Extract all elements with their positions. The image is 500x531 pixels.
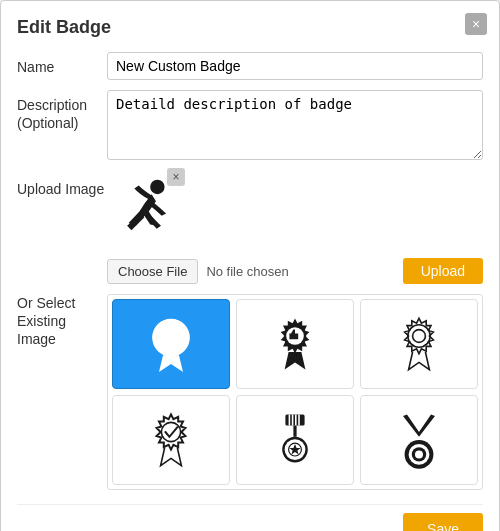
dialog-footer: Save	[17, 504, 483, 531]
upload-label: Upload Image	[17, 174, 107, 198]
badge-icon-3	[387, 312, 451, 376]
file-input-row: Choose File No file chosen Upload	[107, 258, 483, 284]
close-button[interactable]: ×	[465, 13, 487, 35]
svg-point-0	[150, 180, 164, 194]
select-existing-label: Or Select Existing Image	[17, 294, 107, 349]
svg-point-11	[161, 422, 180, 441]
choose-file-button[interactable]: Choose File	[107, 259, 198, 284]
edit-badge-dialog: Edit Badge × Name Description (Optional)…	[0, 0, 500, 531]
badge-icon-2	[263, 312, 327, 376]
select-existing-row: Or Select Existing Image	[17, 294, 483, 490]
description-textarea[interactable]: Detaild description of badge	[107, 90, 483, 160]
svg-rect-17	[293, 426, 296, 437]
description-label: Description (Optional)	[17, 90, 107, 132]
name-label: Name	[17, 52, 107, 76]
badge-item-4[interactable]	[112, 395, 230, 485]
svg-point-6	[165, 331, 178, 344]
badge-icon-4	[139, 408, 203, 472]
badge-item-2[interactable]	[236, 299, 354, 389]
badge-icon-1	[139, 312, 203, 376]
upload-button[interactable]: Upload	[403, 258, 483, 284]
badge-item-6[interactable]	[360, 395, 478, 485]
dialog-title: Edit Badge	[17, 17, 483, 38]
name-input[interactable]	[107, 52, 483, 80]
name-field-wrapper	[107, 52, 483, 80]
image-preview-area: ×	[107, 174, 179, 250]
badge-item-1[interactable]	[112, 299, 230, 389]
badge-grid	[112, 299, 478, 485]
remove-image-button[interactable]: ×	[167, 168, 185, 186]
description-row: Description (Optional) Detaild descripti…	[17, 90, 483, 164]
name-row: Name	[17, 52, 483, 80]
upload-area: × Choose File	[107, 174, 483, 284]
svg-point-9	[408, 325, 430, 347]
badge-grid-wrapper[interactable]	[107, 294, 483, 490]
save-button[interactable]: Save	[403, 513, 483, 531]
svg-point-25	[415, 450, 423, 458]
badge-icon-5	[263, 408, 327, 472]
svg-point-10	[413, 330, 426, 343]
badge-item-3[interactable]	[360, 299, 478, 389]
description-field-wrapper: Detaild description of badge	[107, 90, 483, 164]
upload-row: Upload Image ×	[17, 174, 483, 284]
badge-item-5[interactable]	[236, 395, 354, 485]
badge-icon-6	[387, 408, 451, 472]
no-file-text: No file chosen	[206, 264, 288, 279]
